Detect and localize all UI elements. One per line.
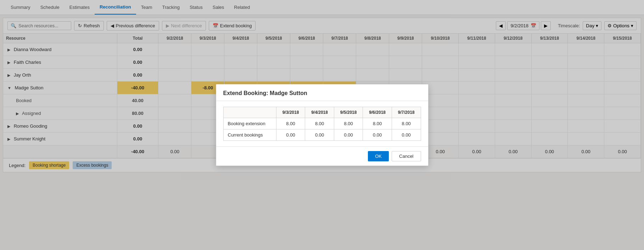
dialog-row-label: Booking extension xyxy=(223,118,276,129)
dialog-col-9-5: 9/5/2018 xyxy=(334,107,363,118)
ok-button[interactable]: OK xyxy=(368,151,389,161)
dialog-cell: 8.00 xyxy=(392,118,421,129)
dialog-cell: 8.00 xyxy=(334,118,363,129)
dialog-footer: OK Cancel xyxy=(216,146,428,166)
dialog-col-9-6: 9/6/2018 xyxy=(363,107,392,118)
dialog-title: Extend Booking: Madge Sutton xyxy=(216,84,428,101)
dialog-cell: 0.00 xyxy=(276,129,305,141)
dialog-row: Current bookings 0.00 0.00 0.00 0.00 0.0… xyxy=(223,129,421,141)
dialog-row-label: Current bookings xyxy=(223,129,276,141)
dialog-table: 9/3/2018 9/4/2018 9/5/2018 9/6/2018 9/7/… xyxy=(223,107,421,141)
dialog-header-row: 9/3/2018 9/4/2018 9/5/2018 9/6/2018 9/7/… xyxy=(223,107,421,118)
dialog-cell: 8.00 xyxy=(305,118,334,129)
dialog-body: 9/3/2018 9/4/2018 9/5/2018 9/6/2018 9/7/… xyxy=(216,101,428,146)
dialog-cell: 8.00 xyxy=(276,118,305,129)
dialog-cell: 8.00 xyxy=(363,118,392,129)
dialog-cell: 0.00 xyxy=(392,129,421,141)
dialog-overlay: Extend Booking: Madge Sutton 9/3/2018 9/… xyxy=(0,0,644,175)
dialog-row: Booking extension 8.00 8.00 8.00 8.00 8.… xyxy=(223,118,421,129)
dialog-cell: 0.00 xyxy=(363,129,392,141)
dialog-col-9-4: 9/4/2018 xyxy=(305,107,334,118)
dialog-col-label xyxy=(223,107,276,118)
extend-booking-dialog: Extend Booking: Madge Sutton 9/3/2018 9/… xyxy=(216,84,429,166)
dialog-cell: 0.00 xyxy=(305,129,334,141)
dialog-col-9-7: 9/7/2018 xyxy=(392,107,421,118)
dialog-col-9-3: 9/3/2018 xyxy=(276,107,305,118)
dialog-cell: 0.00 xyxy=(334,129,363,141)
cancel-button[interactable]: Cancel xyxy=(392,151,421,161)
